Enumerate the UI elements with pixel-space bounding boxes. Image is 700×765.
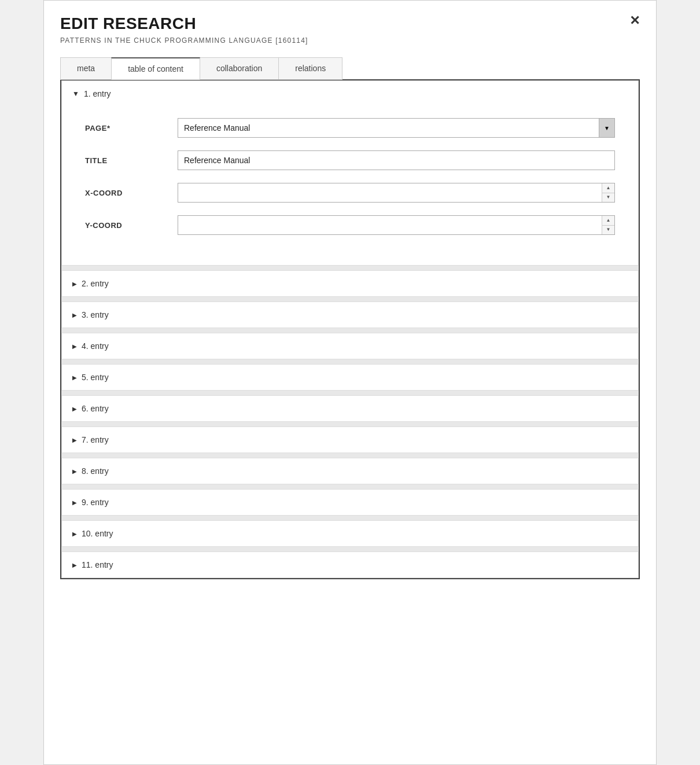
entry-10-chevron-right-icon: ▶	[72, 531, 77, 537]
title-row: TITLE	[85, 150, 615, 170]
entry-1-label: 1. entry	[84, 89, 111, 98]
entry-1-header[interactable]: ▼ 1. entry	[62, 81, 638, 106]
entry-8-chevron-right-icon: ▶	[72, 468, 77, 475]
entry-10-header[interactable]: ▶10. entry	[61, 520, 639, 547]
entry-4-header[interactable]: ▶4. entry	[61, 333, 639, 359]
entry-1-chevron-down-icon: ▼	[72, 90, 79, 98]
xcoord-increment-button[interactable]: ▲	[602, 183, 614, 193]
entry-3-chevron-right-icon: ▶	[72, 312, 77, 318]
page-field: Reference Manual ▼	[178, 118, 615, 138]
entry-5-header[interactable]: ▶5. entry	[61, 364, 639, 391]
tab-meta[interactable]: meta	[60, 57, 112, 80]
entry-7-label: 7. entry	[82, 435, 109, 444]
page-select-arrow-icon[interactable]: ▼	[599, 118, 615, 138]
entry-10-label: 10. entry	[82, 529, 113, 538]
close-button[interactable]: ✕	[629, 14, 640, 27]
xcoord-field: ▲ ▼	[178, 183, 615, 203]
ycoord-spinner-wrapper: ▲ ▼	[178, 215, 615, 235]
tab-content-area: ▼ 1. entry PAGE* Reference Manual ▼	[60, 79, 640, 579]
title-field	[178, 150, 615, 170]
page-select-wrapper: Reference Manual ▼	[178, 118, 615, 138]
modal-title: EDIT RESEARCH	[60, 14, 196, 33]
ycoord-decrement-button[interactable]: ▼	[602, 226, 614, 235]
entry-2-label: 2. entry	[82, 279, 109, 288]
ycoord-spinner-buttons: ▲ ▼	[602, 216, 614, 234]
entry-11-label: 11. entry	[82, 560, 113, 569]
edit-research-modal: EDIT RESEARCH ✕ PATTERNS IN THE CHUCK PR…	[43, 0, 657, 765]
entry-7-chevron-right-icon: ▶	[72, 437, 77, 443]
xcoord-spinner-wrapper: ▲ ▼	[178, 183, 615, 203]
collapsed-entries-container: ▶2. entry▶3. entry▶4. entry▶5. entry▶6. …	[61, 266, 639, 578]
ycoord-increment-button[interactable]: ▲	[602, 216, 614, 226]
page-select[interactable]: Reference Manual	[178, 118, 615, 138]
title-input[interactable]	[178, 150, 615, 170]
ycoord-input[interactable]	[178, 215, 615, 235]
entry-11-chevron-right-icon: ▶	[72, 562, 77, 568]
entry-1-body: PAGE* Reference Manual ▼ TITLE	[62, 106, 638, 265]
entry-6-chevron-right-icon: ▶	[72, 406, 77, 412]
entry-1-section: ▼ 1. entry PAGE* Reference Manual ▼	[61, 80, 639, 266]
page-row: PAGE* Reference Manual ▼	[85, 118, 615, 138]
page-label: PAGE*	[85, 124, 178, 133]
entry-11-header[interactable]: ▶11. entry	[61, 551, 639, 578]
ycoord-row: Y-COORD ▲ ▼	[85, 215, 615, 235]
entry-8-header[interactable]: ▶8. entry	[61, 458, 639, 484]
tabs-container: meta table of content collaboration rela…	[60, 57, 640, 80]
entry-5-chevron-right-icon: ▶	[72, 374, 77, 381]
entry-9-header[interactable]: ▶9. entry	[61, 489, 639, 516]
entry-2-header[interactable]: ▶2. entry	[61, 270, 639, 297]
xcoord-label: X-COORD	[85, 189, 178, 197]
entry-5-label: 5. entry	[82, 373, 109, 382]
modal-header: EDIT RESEARCH ✕	[60, 14, 640, 33]
entry-6-label: 6. entry	[82, 404, 109, 413]
entry-9-chevron-right-icon: ▶	[72, 499, 77, 506]
entry-6-header[interactable]: ▶6. entry	[61, 395, 639, 422]
entry-9-label: 9. entry	[82, 498, 109, 507]
entry-4-chevron-right-icon: ▶	[72, 343, 77, 350]
entry-2-chevron-right-icon: ▶	[72, 281, 77, 287]
ycoord-label: Y-COORD	[85, 221, 178, 230]
ycoord-field: ▲ ▼	[178, 215, 615, 235]
tab-relations[interactable]: relations	[278, 57, 342, 80]
entry-3-header[interactable]: ▶3. entry	[61, 301, 639, 328]
xcoord-spinner-buttons: ▲ ▼	[602, 183, 614, 202]
entry-8-label: 8. entry	[82, 466, 109, 476]
entry-4-label: 4. entry	[82, 341, 109, 351]
tab-collaboration[interactable]: collaboration	[200, 57, 279, 80]
xcoord-input[interactable]	[178, 183, 615, 203]
entry-7-header[interactable]: ▶7. entry	[61, 426, 639, 453]
title-label: TITLE	[85, 156, 178, 165]
xcoord-decrement-button[interactable]: ▼	[602, 193, 614, 203]
entry-3-label: 3. entry	[82, 310, 109, 319]
xcoord-row: X-COORD ▲ ▼	[85, 183, 615, 203]
tab-table-of-content[interactable]: table of content	[111, 57, 200, 80]
modal-subtitle: PATTERNS IN THE CHUCK PROGRAMMING LANGUA…	[60, 36, 640, 45]
